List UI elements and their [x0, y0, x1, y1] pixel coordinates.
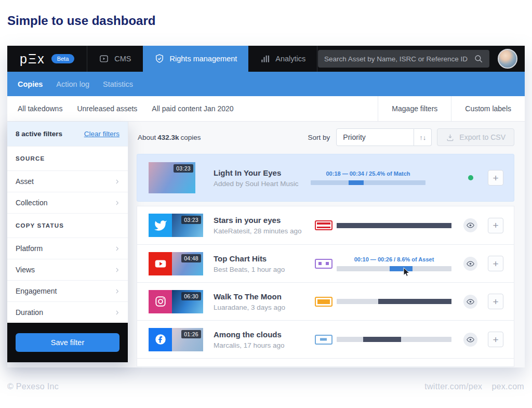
add-button[interactable]: + [488, 170, 503, 186]
search-icon [474, 54, 483, 63]
preset-unreleased-assets[interactable]: Unreleased assets [77, 104, 137, 113]
chevron-right-icon [114, 245, 121, 252]
copy-row[interactable]: 01:26 Among the clouds Marcalis, 17 hour… [137, 320, 514, 358]
sort-by-label: Sort by [308, 134, 330, 141]
sidebar-item-asset[interactable]: Asset [7, 170, 128, 192]
sort-direction-button[interactable]: ↑↓ [414, 128, 432, 146]
match-bar[interactable] [337, 266, 451, 271]
sort-icon: ↑↓ [419, 134, 426, 141]
copies-count: About432.3kcopies [138, 134, 203, 141]
match-segment[interactable] [363, 337, 401, 342]
chevron-right-icon [114, 178, 121, 185]
filterbar-actions: Magage filters Custom labels [378, 96, 525, 121]
match-segment[interactable] [337, 223, 451, 228]
sidebar-item-views[interactable]: Views [7, 259, 128, 280]
sidebar-item-label: Duration [16, 308, 43, 317]
video-thumbnail: 01:26 [172, 328, 203, 351]
pex-link[interactable]: pex.com [491, 382, 524, 391]
match-range-label: 00:10 — 00:26 / 8.6% of Asset [337, 256, 451, 262]
subnav-item-statistics[interactable]: Statistics [103, 80, 133, 88]
list-toolbar: About432.3kcopies Sort by Priority ↑↓ Ex… [128, 122, 525, 153]
instagram-icon [149, 290, 172, 313]
copy-row[interactable]: 03:23 Stars in your eyes KateRatesit, 28… [137, 206, 514, 244]
mouse-cursor [403, 267, 411, 278]
export-csv-button[interactable]: Export to CSV [437, 128, 514, 146]
copy-row[interactable]: 03:23 Light In Your Eyes Added by Soul H… [137, 154, 514, 202]
sidebar-item-duration[interactable]: Duration [7, 301, 128, 323]
match-segments-icon [315, 259, 332, 269]
sort-select[interactable]: Priority [336, 128, 414, 146]
match-bar[interactable] [311, 180, 425, 185]
preview-eye-button[interactable] [463, 218, 477, 232]
preview-eye-button[interactable] [463, 295, 477, 309]
sidebar-item-label: Asset [16, 177, 34, 186]
sidebar-item-label: Platform [16, 244, 43, 253]
copy-title: Walk To The Moon [214, 292, 311, 301]
match-bar[interactable] [337, 223, 451, 228]
sidebar-item-label: Views [16, 266, 35, 274]
twitter-link[interactable]: twitter.com/pex [424, 382, 482, 391]
copyright: © Pexeso Inc [7, 382, 59, 391]
preset-all-takedowns[interactable]: All takedowns [18, 104, 62, 113]
duration-badge: 03:23 [181, 216, 201, 224]
tab-label: CMS [114, 55, 131, 63]
add-button[interactable]: + [488, 256, 503, 271]
sidebar-item-collection[interactable]: Collection [7, 192, 128, 213]
search-input[interactable] [324, 55, 474, 63]
match-segments-icon [315, 220, 332, 230]
highlighted-row-host: 03:23 Light In Your Eyes Added by Soul H… [137, 154, 514, 202]
chevron-right-icon [114, 267, 121, 273]
custom-labels-button[interactable]: Custom labels [451, 96, 525, 121]
video-thumbnail: 03:23 [172, 214, 203, 237]
sidebar-section-header: COPY STATUS [7, 213, 128, 238]
sidebar-item-label: Engagement [16, 287, 57, 295]
copy-row[interactable]: 04:48 Top Chart Hits Best Beats, 1 hour … [137, 244, 514, 282]
pex-logo: pΞx [20, 51, 45, 67]
video-thumbnail: 06:30 [172, 290, 203, 313]
beta-badge: Beta [51, 54, 75, 63]
match-segment[interactable] [378, 299, 451, 304]
manage-filters-button[interactable]: Magage filters [378, 96, 451, 121]
sidebar-item-label: Collection [16, 199, 47, 207]
match-segment[interactable] [349, 180, 364, 185]
download-icon [446, 133, 455, 142]
sidebar-item-engagement[interactable]: Engagement [7, 280, 128, 301]
clear-filters-link[interactable]: Clear filters [84, 130, 119, 138]
match-range-label: 00:18 — 00:34 / 25.4% of Match [311, 170, 425, 177]
tab-analytics[interactable]: Analytics [248, 46, 317, 72]
chevron-right-icon [114, 288, 121, 295]
user-avatar[interactable] [498, 49, 517, 69]
search-box [318, 50, 489, 68]
copy-title: Light In Your Eyes [214, 168, 311, 177]
shield-check-icon [154, 54, 165, 64]
duration-badge: 06:30 [181, 292, 201, 300]
tab-label: Rights management [170, 55, 237, 63]
preview-eye-button[interactable] [463, 333, 477, 347]
copy-subtitle: Best Beats, 1 hour ago [214, 266, 311, 273]
sidebar-item-platform[interactable]: Platform [7, 238, 128, 259]
video-thumbnail: 04:48 [172, 252, 203, 275]
filters-sidebar: 8 active filters Clear filters SOURCEAss… [7, 122, 128, 362]
brand: pΞx Beta [7, 46, 87, 72]
match-segments-icon [315, 335, 332, 345]
preset-all-paid-content[interactable]: All paid content Jan 2020 [152, 104, 233, 113]
subnav-item-copies[interactable]: Copies [18, 80, 43, 88]
match-bar[interactable] [337, 299, 451, 304]
add-button[interactable]: + [488, 218, 503, 233]
page-title: Simple to use dashboard [7, 14, 155, 28]
copy-row[interactable]: 06:30 Walk To The Moon Luaradane, 3 days… [137, 282, 514, 320]
video-thumbnail: 03:23 [149, 162, 195, 193]
subnav-item-action-log[interactable]: Action log [56, 80, 89, 88]
add-button[interactable]: + [488, 332, 503, 347]
copy-title: Stars in your eyes [214, 216, 311, 225]
tab-rights-management[interactable]: Rights management [143, 46, 249, 72]
active-filters-row: 8 active filters Clear filters [7, 122, 128, 146]
partial-row [137, 358, 514, 366]
tab-cms[interactable]: CMS [87, 46, 142, 72]
add-button[interactable]: + [488, 294, 503, 309]
facebook-icon [149, 328, 172, 351]
copy-subtitle: Added by Soul Heart Music [214, 180, 311, 188]
save-filter-button[interactable]: Save filter [16, 333, 119, 352]
preview-eye-button[interactable] [463, 257, 477, 271]
match-bar[interactable] [337, 337, 451, 342]
